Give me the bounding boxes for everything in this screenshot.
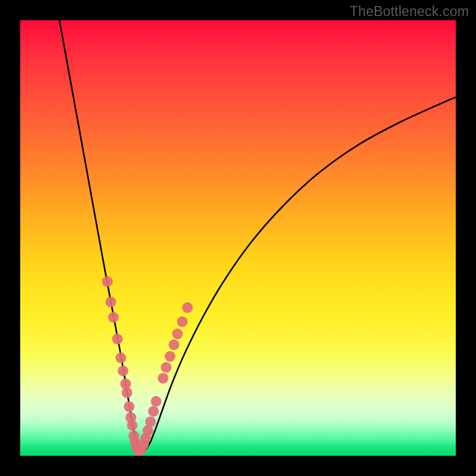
marker-dot: [118, 365, 129, 376]
watermark-text: TheBottleneck.com: [350, 4, 469, 20]
marker-dot: [158, 373, 168, 384]
v-curve: [60, 20, 456, 452]
marker-dot: [127, 420, 137, 431]
marker-dot: [108, 312, 119, 322]
marker-dot: [105, 297, 116, 308]
marker-dot: [151, 396, 161, 407]
marker-dot: [145, 416, 156, 427]
marker-dot: [165, 351, 176, 362]
marker-dot: [102, 276, 112, 287]
marker-dot: [161, 362, 171, 372]
plot-area: [20, 20, 456, 456]
marker-dot: [148, 406, 159, 416]
chart-svg: [20, 20, 456, 456]
chart-frame: TheBottleneck.com: [0, 0, 476, 476]
marker-dot: [115, 352, 126, 363]
marker-dot: [121, 387, 132, 398]
marker-dot: [182, 302, 193, 313]
marker-dot: [112, 334, 123, 345]
marker-dot: [172, 328, 183, 339]
marker-dot: [168, 339, 179, 350]
marker-dot: [124, 401, 134, 412]
marker-dot: [177, 317, 187, 327]
